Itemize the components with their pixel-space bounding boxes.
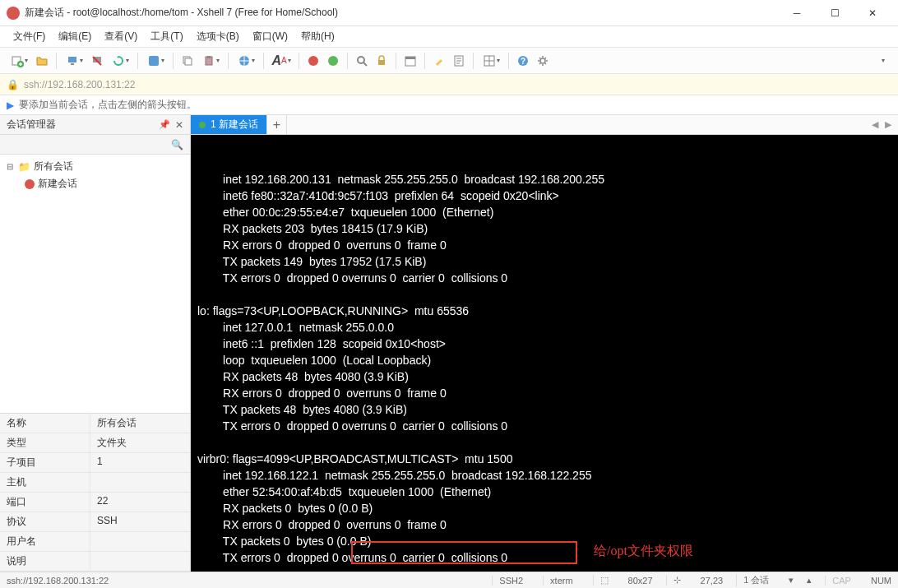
xagent-button[interactable] — [304, 51, 322, 71]
menu-edit[interactable]: 编辑(E) — [52, 26, 98, 47]
menu-file[interactable]: 文件(F) — [7, 26, 52, 47]
layout-button[interactable]: ▾ — [479, 51, 503, 71]
sidebar: 会话管理器 📌 ✕ 🔍 ⊟ 📁 所有会话 新建会话 名称所有会话类型文件夹子项目… — [0, 115, 191, 572]
terminal-line: ether 52:54:00:af:4b:d5 txqueuelen 1000 … — [197, 484, 891, 500]
script-button[interactable] — [450, 51, 468, 71]
maximize-button[interactable]: ☐ — [816, 0, 854, 26]
search-input[interactable] — [7, 139, 171, 150]
svg-rect-5 — [149, 56, 159, 66]
collapse-icon[interactable]: ⊟ — [7, 162, 15, 171]
props-row: 类型文件夹 — [0, 433, 190, 453]
annotation-text: 给/opt文件夹权限 — [594, 543, 693, 559]
props-row: 协议SSH — [0, 512, 190, 532]
terminal-line: ether 00:0c:29:55:e4:e7 txqueuelen 1000 … — [197, 204, 891, 220]
disconnect-button[interactable] — [88, 51, 106, 71]
prop-key: 类型 — [0, 433, 90, 452]
menu-help[interactable]: 帮助(H) — [294, 26, 341, 47]
highlight-box — [351, 541, 577, 564]
terminal-line — [197, 286, 891, 303]
copy-button[interactable] — [178, 51, 197, 71]
terminal-line: inet 192.168.122.1 netmask 255.255.255.0… — [197, 467, 891, 484]
toolbar-overflow[interactable]: ▾ — [873, 51, 891, 71]
terminal-line: inet6 ::1 prefixlen 128 scopeid 0x10<hos… — [197, 336, 891, 352]
tree-root-label: 所有会话 — [34, 160, 73, 174]
settings-button[interactable] — [534, 51, 552, 71]
svg-rect-2 — [68, 57, 76, 63]
close-button[interactable]: ✕ — [854, 0, 891, 26]
sidebar-search: 🔍 — [0, 135, 190, 155]
help-button[interactable]: ? — [514, 51, 532, 71]
prop-value: 1 — [90, 453, 190, 472]
menu-window[interactable]: 窗口(W) — [246, 26, 294, 47]
highlight-button[interactable] — [430, 51, 448, 71]
terminal-line: lo: flags=73<UP,LOOPBACK,RUNNING> mtu 65… — [197, 303, 891, 319]
address-text[interactable]: ssh://192.168.200.131:22 — [24, 79, 891, 90]
prop-key: 协议 — [0, 512, 90, 531]
lock-button[interactable] — [373, 51, 391, 71]
prop-value — [90, 532, 190, 551]
prop-key: 子项目 — [0, 453, 90, 472]
reconnect-button[interactable]: ▾ — [108, 51, 132, 71]
statusbar: ssh://192.168.200.131:22 SSH2 xterm ⬚ 80… — [0, 572, 898, 588]
status-pos: 27,23 — [701, 576, 724, 586]
terminal-line — [197, 434, 891, 451]
terminal-line: inet6 fe80::32a7:410d:9c57:f103 prefixle… — [197, 188, 891, 204]
svg-rect-3 — [71, 63, 74, 65]
tab-prev-icon[interactable]: ◀ — [872, 119, 878, 130]
menu-tabs[interactable]: 选项卡(B) — [190, 26, 246, 47]
session-tree: ⊟ 📁 所有会话 新建会话 — [0, 155, 190, 413]
xftp-button[interactable]: ▾ — [143, 51, 168, 71]
tree-root[interactable]: ⊟ 📁 所有会话 — [0, 158, 190, 175]
calendar-button[interactable] — [401, 51, 419, 71]
status-up-icon[interactable]: ▴ — [807, 575, 812, 586]
tab-add-button[interactable]: + — [267, 115, 287, 134]
prop-key: 端口 — [0, 493, 90, 512]
terminal-line: RX packets 0 bytes 0 (0.0 B) — [197, 500, 891, 516]
new-session-button[interactable]: ▾ — [7, 51, 31, 71]
prop-value: 22 — [90, 493, 190, 512]
tab-next-icon[interactable]: ▶ — [885, 119, 891, 130]
prop-value: 文件夹 — [90, 433, 190, 452]
props-row: 主机 — [0, 473, 190, 493]
terminal-line: TX packets 149 bytes 17952 (17.5 KiB) — [197, 253, 891, 270]
terminal-line: virbr0: flags=4099<UP,BROADCAST,MULTICAS… — [197, 451, 891, 467]
svg-point-13 — [358, 57, 364, 63]
terminal-line: inet 127.0.0.1 netmask 255.0.0.0 — [197, 319, 891, 336]
connect-button[interactable]: ▾ — [62, 51, 86, 71]
find-button[interactable] — [353, 51, 371, 71]
terminal-line: RX errors 0 dropped 0 overruns 0 frame 0 — [197, 516, 891, 533]
infobar: ▶ 要添加当前会话，点击左侧的箭头按钮。 — [0, 95, 898, 115]
svg-rect-14 — [378, 60, 385, 65]
menu-view[interactable]: 查看(V) — [98, 26, 144, 47]
menu-tools[interactable]: 工具(T) — [144, 26, 189, 47]
sidebar-title: 会话管理器 — [7, 118, 159, 132]
props-row: 名称所有会话 — [0, 414, 190, 433]
font-button[interactable]: AA▾ — [269, 51, 294, 71]
search-icon[interactable]: 🔍 — [171, 139, 183, 150]
tab-bar: 1 新建会话 + ◀ ▶ — [191, 115, 898, 135]
props-row: 端口22 — [0, 493, 190, 512]
status-pos-icon: ⊹ — [666, 575, 687, 586]
toolbar: ▾ ▾ ▾ ▾ ▾ ▾ AA▾ ▾ ? ▾ — [0, 48, 898, 74]
props-row: 用户名 — [0, 532, 190, 552]
status-proto: SSH2 — [492, 576, 530, 586]
svg-point-12 — [328, 56, 338, 66]
content-area: 1 新建会话 + ◀ ▶ inet 192.168.200.131 netmas… — [191, 115, 898, 572]
menubar: 文件(F) 编辑(E) 查看(V) 工具(T) 选项卡(B) 窗口(W) 帮助(… — [0, 26, 898, 48]
paste-button[interactable]: ▾ — [198, 51, 223, 71]
pin-icon[interactable]: 📌 — [159, 119, 170, 130]
terminal[interactable]: inet 192.168.200.131 netmask 255.255.255… — [191, 135, 898, 572]
tab-session-1[interactable]: 1 新建会话 — [191, 115, 267, 134]
open-button[interactable] — [33, 51, 51, 71]
svg-rect-9 — [207, 56, 211, 58]
minimize-button[interactable]: ─ — [778, 0, 816, 26]
tree-session[interactable]: 新建会话 — [0, 175, 190, 192]
status-sessions-dd[interactable]: ▾ — [789, 575, 794, 586]
tab-nav: ◀ ▶ — [865, 115, 898, 134]
sidebar-close-icon[interactable]: ✕ — [175, 119, 183, 131]
status-size: 80x27 — [628, 576, 653, 586]
svg-rect-16 — [405, 57, 415, 59]
xactivator-button[interactable] — [324, 51, 342, 71]
terminal-line — [197, 566, 891, 572]
globe-button[interactable]: ▾ — [234, 51, 258, 71]
